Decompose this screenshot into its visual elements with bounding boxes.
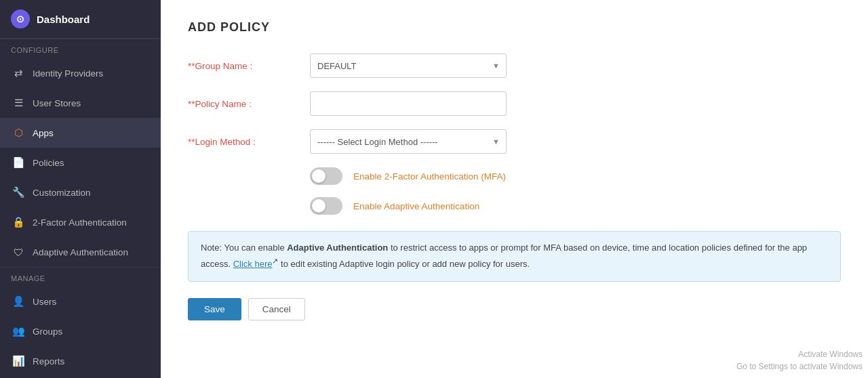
group-name-select[interactable]: DEFAULT <box>310 54 507 78</box>
identity-providers-icon: ⇄ <box>11 66 26 81</box>
sidebar-item-label: 2-Factor Authentication <box>33 217 127 228</box>
note-prefix: Note: You can enable <box>201 243 287 253</box>
toggle-2fa-thumb <box>312 169 326 183</box>
note-bold: Adaptive Authentication <box>287 243 388 253</box>
toggle-2fa-row: Enable 2-Factor Authentication (MFA) <box>188 167 841 185</box>
manage-section: Manage <box>0 267 161 287</box>
sidebar-item-2fa[interactable]: 🔒 2-Factor Authentication <box>0 207 161 237</box>
button-row: Save Cancel <box>188 298 841 320</box>
group-name-row: **Group Name : DEFAULT <box>188 54 841 78</box>
main-content: ADD POLICY **Group Name : DEFAULT **Poli… <box>161 0 868 378</box>
toggle-2fa-label: Enable 2-Factor Authentication (MFA) <box>353 171 506 182</box>
login-method-select[interactable]: ------ Select Login Method ------ <box>310 129 507 154</box>
group-name-select-wrapper: DEFAULT <box>310 54 507 78</box>
note-link[interactable]: Click here <box>233 259 273 269</box>
toggle-2fa-track[interactable] <box>310 167 342 185</box>
adaptive-auth-icon: 🛡 <box>11 245 26 259</box>
toggle-adaptive-thumb <box>312 199 326 213</box>
sidebar-item-adaptive-auth[interactable]: 🛡 Adaptive Authentication <box>0 237 161 267</box>
policy-name-label: **Policy Name : <box>188 99 310 109</box>
sidebar-item-apps[interactable]: ⬡ Apps <box>0 118 161 148</box>
login-method-row: **Login Method : ------ Select Login Met… <box>188 129 841 154</box>
sidebar-item-label: Reports <box>33 356 64 366</box>
page-title: ADD POLICY <box>188 20 841 35</box>
sidebar-item-groups[interactable]: 👥 Groups <box>0 316 161 346</box>
policies-icon: 📄 <box>11 155 26 170</box>
sidebar-item-identity-providers[interactable]: ⇄ Identity Providers <box>0 58 161 88</box>
customization-icon: 🔧 <box>11 185 26 200</box>
configure-section: Configure <box>0 39 161 58</box>
sidebar-item-reports[interactable]: 📊 Reports <box>0 346 161 376</box>
toggle-2fa[interactable] <box>310 167 342 185</box>
login-method-label: **Login Method : <box>188 137 310 147</box>
sidebar-item-label: Customization <box>33 188 91 198</box>
sidebar-item-customization[interactable]: 🔧 Customization <box>0 177 161 207</box>
toggle-adaptive[interactable] <box>310 197 342 215</box>
dashboard-label: Dashboard <box>37 14 90 25</box>
2fa-icon: 🔒 <box>11 215 26 230</box>
sidebar-item-label: User Stores <box>33 98 81 108</box>
apps-icon: ⬡ <box>11 125 26 140</box>
sidebar-item-label: Identity Providers <box>33 68 103 79</box>
policy-name-input[interactable] <box>310 91 507 116</box>
sidebar-item-policies[interactable]: 📄 Policies <box>0 148 161 177</box>
sidebar-item-label: Groups <box>33 327 62 337</box>
login-method-select-wrapper: ------ Select Login Method ------ <box>310 129 507 154</box>
reports-icon: 📊 <box>11 354 26 369</box>
note-box: Note: You can enable Adaptive Authentica… <box>188 231 841 282</box>
toggle-adaptive-row: Enable Adaptive Authentication <box>188 197 841 215</box>
note-link-suffix: to edit existing Adaptive login policy o… <box>278 259 530 269</box>
toggle-adaptive-track[interactable] <box>310 197 342 215</box>
groups-icon: 👥 <box>11 324 26 339</box>
sidebar-item-label: Adaptive Authentication <box>33 247 128 257</box>
sidebar: ⊙ Dashboard Configure ⇄ Identity Provide… <box>0 0 161 378</box>
cancel-button[interactable]: Cancel <box>248 298 305 320</box>
group-name-label: **Group Name : <box>188 61 310 71</box>
dashboard-item[interactable]: ⊙ Dashboard <box>0 0 161 39</box>
toggle-adaptive-label: Enable Adaptive Authentication <box>353 201 479 211</box>
sidebar-item-user-stores[interactable]: ☰ User Stores <box>0 88 161 118</box>
sidebar-item-users[interactable]: 👤 Users <box>0 287 161 316</box>
sidebar-item-label: Apps <box>33 128 54 138</box>
policy-name-row: **Policy Name : <box>188 91 841 116</box>
dashboard-icon: ⊙ <box>11 9 30 28</box>
users-icon: 👤 <box>11 294 26 309</box>
user-stores-icon: ☰ <box>11 96 26 110</box>
sidebar-item-label: Users <box>33 297 56 307</box>
save-button[interactable]: Save <box>188 298 241 320</box>
sidebar-item-label: Policies <box>33 158 64 168</box>
